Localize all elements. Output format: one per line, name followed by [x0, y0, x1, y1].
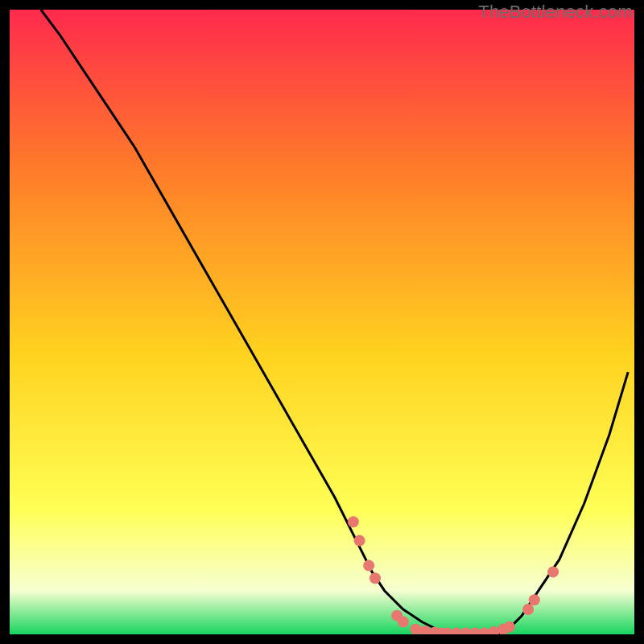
data-point	[547, 566, 559, 577]
data-point	[522, 604, 534, 615]
data-point	[369, 572, 381, 584]
data-point	[363, 560, 374, 572]
gradient-background	[10, 10, 634, 634]
data-point	[354, 535, 365, 547]
data-point	[398, 617, 409, 628]
watermark-text: TheBottleneck.com	[478, 2, 633, 23]
data-point	[529, 594, 540, 605]
bottleneck-chart	[10, 10, 634, 634]
data-point	[504, 621, 515, 633]
data-point	[348, 516, 359, 527]
